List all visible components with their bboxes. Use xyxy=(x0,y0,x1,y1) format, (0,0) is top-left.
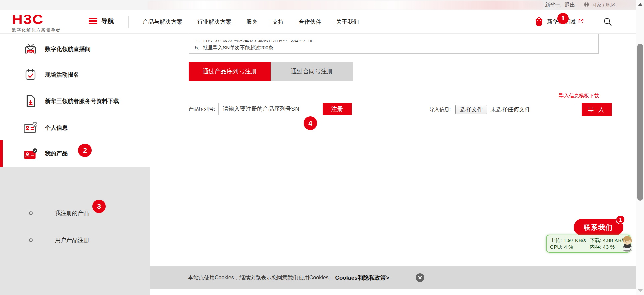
id-card-filled-icon xyxy=(23,147,38,160)
submenu-item-my-registered-products[interactable]: 我注册的产品 xyxy=(0,203,150,223)
import-button[interactable]: 导 入 xyxy=(582,103,612,116)
annotation-badge-1: 1 xyxy=(557,13,569,24)
sidebar-item-label: 个人信息 xyxy=(45,124,68,132)
nav-item-products[interactable]: 产品与解决方案 xyxy=(143,18,182,26)
sidebar-submenu: 我注册的产品 用户产品注册 xyxy=(0,167,150,295)
search-button[interactable] xyxy=(603,17,612,27)
sidebar-item-label: 数字化领航直播间 xyxy=(45,45,91,53)
cookie-banner: 本站点使用Cookies，继续浏览表示您同意我们使用Cookies。 Cooki… xyxy=(150,266,636,289)
id-card-icon xyxy=(23,121,38,134)
scroll-up-arrow-icon[interactable] xyxy=(638,3,643,6)
file-status-text: 未选择任何文件 xyxy=(490,106,530,113)
annotation-badge-3: 3 xyxy=(92,200,106,213)
bullet-icon xyxy=(29,238,33,242)
notice-line-4: 4、合同号注册方式仅适用于整机售后管理与运维产品 xyxy=(195,40,592,43)
header: H3C 数字化解决方案领导者 导航 产品与解决方案 行业解决方案 服务 支持 合… xyxy=(0,10,636,34)
main-nav: 产品与解决方案 行业解决方案 服务 支持 合作伙伴 关于我们 xyxy=(143,10,359,34)
nav-item-partners[interactable]: 合作伙伴 xyxy=(299,18,321,26)
notice-line-5: 5、批量导入SN单次不能超过200条 xyxy=(195,43,592,52)
page: 新华三 退出 国家 / 地区 H3C 数字化解决方案领导者 导航 xyxy=(0,0,644,295)
cookie-policy-link[interactable]: Cookies和隐私政策> xyxy=(335,274,389,282)
tab-register-by-contract[interactable]: 通过合同号注册 xyxy=(271,62,353,81)
sidebar-item-personal-info[interactable]: 个人信息 xyxy=(0,115,150,140)
nav-item-support[interactable]: 支持 xyxy=(272,18,284,26)
scroll-down-arrow-icon[interactable] xyxy=(638,289,643,292)
logo-tagline: 数字化解决方案领导者 xyxy=(12,27,61,33)
nav-toggle-label: 导航 xyxy=(101,17,114,26)
sidebar-item-label: 现场活动报名 xyxy=(45,71,79,79)
desktop-mascot xyxy=(618,234,637,254)
header-divider xyxy=(128,16,129,28)
notice-box: 4、合同号注册方式仅适用于整机售后管理与运维产品 5、批量导入SN单次不能超过2… xyxy=(189,34,599,54)
topbar-username: 新华三 xyxy=(545,2,561,9)
serial-number-row: 产品序列号: 注册 xyxy=(189,103,352,115)
sidebar-item-material-download[interactable]: 新华三领航者服务号资料下载 xyxy=(0,88,150,114)
redacted-user-info xyxy=(148,1,543,10)
choose-file-button[interactable]: 选择文件 xyxy=(455,105,487,114)
nav-item-industry[interactable]: 行业解决方案 xyxy=(197,18,231,26)
cpu-usage: CPU: 4 % xyxy=(550,244,590,250)
import-label: 导入信息: xyxy=(429,106,451,113)
contact-us-button[interactable]: 联系我们 xyxy=(574,219,623,235)
vertical-scrollbar[interactable] xyxy=(636,0,644,295)
nav-item-about[interactable]: 关于我们 xyxy=(336,18,359,26)
nav-toggle-button[interactable]: 导航 xyxy=(89,17,114,26)
svg-text:LIVE: LIVE xyxy=(28,50,34,53)
sidebar-item-my-products[interactable]: 我的产品 xyxy=(0,140,150,167)
sidebar-item-label: 我的产品 xyxy=(45,150,68,157)
external-link-icon xyxy=(578,18,584,26)
upload-speed: 上传: 1.97 KB/s xyxy=(550,237,590,244)
submenu-item-label: 我注册的产品 xyxy=(55,209,89,217)
annotation-badge-2: 2 xyxy=(78,144,92,157)
document-download-icon xyxy=(23,95,38,107)
main-content: 4、合同号注册方式仅适用于整机售后管理与运维产品 5、批量导入SN单次不能超过2… xyxy=(150,34,636,295)
h3c-logo[interactable]: H3C 数字化解决方案领导者 xyxy=(12,12,61,33)
file-input[interactable]: 选择文件 未选择任何文件 xyxy=(454,104,577,115)
sidebar-item-event-signup[interactable]: 现场活动报名 xyxy=(0,62,150,87)
tab-register-by-serial[interactable]: 通过产品序列号注册 xyxy=(189,62,271,81)
logo-text: H3C xyxy=(12,13,61,26)
logout-link[interactable]: 退出 xyxy=(564,2,575,9)
topbar: 新华三 退出 国家 / 地区 xyxy=(0,0,636,10)
bullet-icon xyxy=(29,211,33,215)
annotation-badge-4: 4 xyxy=(304,116,317,130)
region-selector[interactable]: 国家 / 地区 xyxy=(584,2,616,8)
template-download-link[interactable]: 导入信息模板下载 xyxy=(539,93,599,99)
close-icon xyxy=(418,276,422,280)
region-label: 国家 / 地区 xyxy=(591,2,616,8)
serial-number-label: 产品序列号: xyxy=(189,106,215,112)
registration-tabs: 通过产品序列号注册 通过合同号注册 xyxy=(189,62,353,81)
cookie-close-button[interactable] xyxy=(416,273,424,282)
sidebar: LIVE 数字化领航直播间 现场活动报名 xyxy=(0,34,150,295)
submenu-item-label: 用户产品注册 xyxy=(55,236,89,244)
sidebar-item-live-room[interactable]: LIVE 数字化领航直播间 xyxy=(0,36,150,62)
cart-icon xyxy=(533,15,545,28)
import-row: 导入信息: 选择文件 未选择任何文件 导 入 xyxy=(429,103,612,116)
cookie-text: 本站点使用Cookies，继续浏览表示您同意我们使用Cookies。 xyxy=(188,274,334,281)
calendar-check-icon xyxy=(23,68,38,81)
nav-item-services[interactable]: 服务 xyxy=(246,18,258,26)
search-icon xyxy=(603,17,612,27)
submenu-item-user-product-registration[interactable]: 用户产品注册 xyxy=(0,230,150,250)
annotation-badge-contact: 1 xyxy=(616,215,625,224)
scrollbar-thumb[interactable] xyxy=(637,44,643,201)
hamburger-icon xyxy=(89,18,97,24)
globe-icon xyxy=(584,2,589,8)
live-icon: LIVE xyxy=(23,43,38,55)
sidebar-item-label: 新华三领航者服务号资料下载 xyxy=(45,97,119,105)
register-button[interactable]: 注册 xyxy=(323,103,352,115)
serial-number-input[interactable] xyxy=(218,103,314,115)
